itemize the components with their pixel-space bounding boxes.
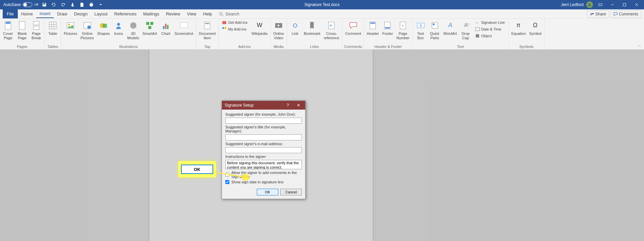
comments-button[interactable]: Comments — [610, 10, 641, 18]
table-button[interactable]: Table — [46, 19, 59, 37]
online-pictures-button[interactable]: Online Pictures — [79, 19, 95, 41]
link-button[interactable]: Link — [288, 19, 302, 37]
tab-help[interactable]: Help — [200, 10, 216, 18]
group-media: Online Video Media — [271, 19, 287, 49]
footer-button[interactable]: Footer — [381, 19, 394, 37]
group-tables: Table Tables — [45, 19, 61, 49]
user-name: Jerri Ledford — [561, 2, 584, 7]
wikipedia-button[interactable]: WWikipedia — [250, 19, 269, 37]
autosave-state: Off — [34, 3, 38, 6]
quickparts-icon — [429, 20, 440, 31]
comment-button[interactable]: Comment — [344, 19, 363, 37]
svg-text:Ω: Ω — [533, 22, 538, 28]
qat-customize-icon[interactable] — [97, 1, 104, 8]
signer-input[interactable] — [225, 118, 302, 124]
svg-rect-52 — [476, 34, 479, 38]
dialog-help-icon[interactable]: ? — [284, 103, 292, 108]
signer-email-input[interactable] — [225, 147, 302, 153]
object-button[interactable]: Object — [473, 33, 507, 39]
dialog-close-icon[interactable]: ✕ — [294, 103, 303, 108]
ok-button[interactable]: OK — [257, 189, 278, 195]
icons-button[interactable]: Icons — [112, 19, 125, 37]
screenshot-button[interactable]: Screenshot — [173, 19, 195, 37]
quick-parts-button[interactable]: Quick Parts — [428, 19, 442, 41]
search-label: Search — [226, 11, 239, 16]
svg-rect-40 — [385, 27, 390, 28]
svg-rect-32 — [222, 27, 224, 29]
autosave-toggle[interactable]: AutoSave Off — [3, 2, 38, 7]
bookmark-icon — [307, 20, 317, 31]
save-icon[interactable] — [41, 1, 48, 8]
document-title: Signature Test.docx — [304, 2, 339, 7]
tab-insert[interactable]: Insert — [36, 10, 54, 18]
ribbon-display-icon[interactable] — [596, 1, 605, 8]
blank-page-button[interactable]: Blank Page — [15, 19, 29, 41]
equation-button[interactable]: πEquation — [510, 19, 527, 37]
chart-button[interactable]: Chart — [159, 19, 173, 37]
svg-rect-38 — [370, 22, 375, 24]
print-icon[interactable] — [88, 1, 95, 8]
text-box-button[interactable]: AText Box — [414, 19, 427, 41]
tab-home[interactable]: Home — [18, 10, 36, 18]
undo-icon[interactable] — [50, 1, 57, 8]
3d-models-button[interactable]: 3D Models — [126, 19, 140, 41]
svg-point-16 — [68, 24, 70, 25]
svg-text:A: A — [419, 23, 422, 27]
document-item-button[interactable]: Document Item — [197, 19, 217, 41]
instructions-textarea[interactable] — [225, 160, 302, 169]
signature-line-button[interactable]: Signature Line — [473, 19, 507, 25]
svg-rect-31 — [222, 21, 226, 24]
pictures-button[interactable]: Pictures — [62, 19, 79, 37]
user-avatar[interactable]: JL — [586, 1, 593, 8]
shapes-button[interactable]: Shapes — [96, 19, 111, 37]
tab-layout[interactable]: Layout — [91, 10, 111, 18]
collapse-ribbon-icon[interactable]: ︿ — [638, 43, 641, 48]
svg-rect-24 — [148, 26, 151, 29]
tab-file[interactable]: File — [3, 9, 18, 18]
cross-reference-button[interactable]: Cross- reference — [322, 19, 340, 41]
tab-view[interactable]: View — [184, 10, 200, 18]
smartart-button[interactable]: SmartArt — [141, 19, 158, 37]
symbol-icon: Ω — [530, 20, 541, 31]
cover-page-button[interactable]: Cover Page — [1, 19, 15, 41]
dialog-title-bar[interactable]: Signature Setup ? ✕ — [222, 101, 305, 110]
comment-icon — [348, 20, 359, 31]
new-doc-icon[interactable] — [79, 1, 85, 8]
share-button[interactable]: Share — [587, 10, 609, 18]
search-box[interactable]: Search — [219, 11, 239, 16]
instructions-label: Instructions to the signer: — [225, 155, 302, 159]
close-icon[interactable] — [632, 1, 641, 8]
drop-cap-button[interactable]: ADrop Cap — [459, 19, 472, 41]
svg-rect-30 — [205, 23, 209, 24]
header-button[interactable]: Header — [365, 19, 380, 37]
table-icon — [47, 20, 58, 31]
cancel-button[interactable]: Cancel — [280, 189, 302, 195]
title-bar: AutoSave Off Signature Test.docx Jerri L… — [0, 0, 644, 9]
textbox-icon: A — [415, 20, 426, 31]
date-time-button[interactable]: Date & Time — [473, 26, 507, 32]
tab-review[interactable]: Review — [163, 10, 184, 18]
symbol-button[interactable]: ΩSymbol — [528, 19, 543, 37]
tab-design[interactable]: Design — [71, 10, 91, 18]
online-video-button[interactable]: Online Video — [272, 19, 285, 41]
svg-rect-26 — [165, 24, 166, 29]
touch-icon[interactable] — [69, 1, 76, 8]
svg-text:π: π — [516, 22, 520, 28]
maximize-icon[interactable] — [620, 1, 629, 8]
bookmark-button[interactable]: Bookmark — [303, 19, 322, 37]
wordart-button[interactable]: AWordArt — [442, 19, 458, 37]
page-break-button[interactable]: Page Break — [30, 19, 43, 41]
tab-references[interactable]: References — [111, 10, 140, 18]
dropcap-icon: A — [460, 20, 471, 31]
show-date-checkbox[interactable]: Show sign date in signature line — [225, 180, 302, 184]
svg-rect-20 — [103, 24, 107, 28]
page-number-button[interactable]: #Page Number — [395, 19, 411, 41]
minimize-icon[interactable] — [608, 1, 617, 8]
tab-draw[interactable]: Draw — [54, 10, 71, 18]
signer-title-input[interactable] — [225, 134, 302, 140]
my-addins-button[interactable]: My Add-ins — [220, 26, 249, 32]
get-addins-button[interactable]: Get Add-ins — [220, 19, 249, 25]
tab-mailings[interactable]: Mailings — [140, 10, 163, 18]
group-links: Link Bookmark Cross- reference Links — [287, 19, 342, 49]
redo-icon[interactable] — [60, 1, 66, 8]
